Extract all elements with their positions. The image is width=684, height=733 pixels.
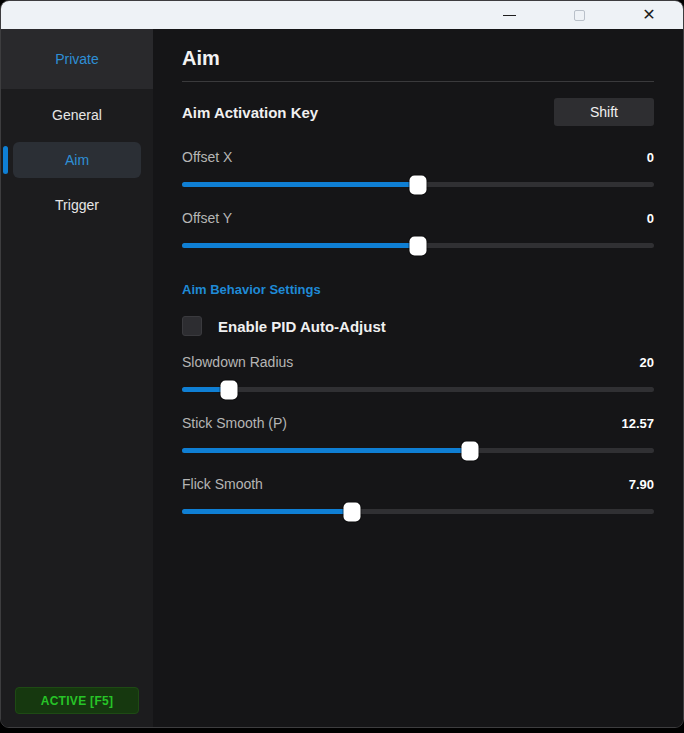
offset-x-slider[interactable] [182,182,654,187]
close-button[interactable]: ✕ [626,3,672,27]
aim-behavior-section-label: Aim Behavior Settings [182,282,654,297]
slowdown-radius-group: Slowdown Radius 20 [182,354,654,392]
slider-fill [182,509,352,514]
offset-y-group: Offset Y 0 [182,210,654,248]
sidebar-nav: General Aim Trigger [1,97,153,223]
aim-activation-row: Aim Activation Key Shift [182,98,654,126]
flick-smooth-label: Flick Smooth [182,476,263,492]
sidebar-item-label: General [52,107,102,123]
flick-smooth-value: 7.90 [629,477,654,492]
flick-smooth-group: Flick Smooth 7.90 [182,476,654,514]
slider-fill [182,243,418,248]
pid-auto-adjust-row: Enable PID Auto-Adjust [182,316,654,336]
slider-thumb[interactable] [221,380,238,399]
aim-activation-key-button[interactable]: Shift [554,98,654,126]
slowdown-radius-slider[interactable] [182,387,654,392]
offset-x-label: Offset X [182,149,232,165]
title-divider [182,81,654,82]
pid-auto-adjust-checkbox[interactable] [182,316,202,336]
titlebar: ✕ [1,1,683,29]
slider-thumb[interactable] [410,236,427,255]
active-tab-indicator [3,146,8,174]
sidebar-item-label: Aim [65,152,89,168]
sidebar-item-aim[interactable]: Aim [13,142,141,178]
minimize-icon [503,15,516,16]
maximize-icon [574,10,585,21]
offset-y-slider[interactable] [182,243,654,248]
slider-fill [182,182,418,187]
active-status-label: ACTIVE [F5] [41,694,114,708]
app-body: Private General Aim Trigger ACTIVE [F5] [1,29,683,727]
aim-settings-panel: Aim Aim Activation Key Shift Offset X 0 [153,29,683,727]
app-window: ✕ Private General Aim Trigger A [0,0,684,728]
slowdown-radius-value: 20 [640,355,654,370]
slider-thumb[interactable] [410,175,427,194]
sidebar: Private General Aim Trigger ACTIVE [F5] [1,29,153,727]
active-status-button[interactable]: ACTIVE [F5] [15,687,139,714]
slider-thumb[interactable] [461,441,478,460]
page-title: Aim [182,47,654,70]
pid-auto-adjust-label: Enable PID Auto-Adjust [218,318,386,335]
offset-y-label: Offset Y [182,210,232,226]
close-icon: ✕ [642,7,655,23]
sidebar-item-label: Trigger [55,197,99,213]
profile-header[interactable]: Private [1,29,153,89]
offset-y-value: 0 [647,211,654,226]
stick-smooth-label: Stick Smooth (P) [182,415,287,431]
aim-activation-key-label: Aim Activation Key [182,104,318,121]
stick-smooth-slider[interactable] [182,448,654,453]
maximize-button[interactable] [556,3,602,27]
flick-smooth-slider[interactable] [182,509,654,514]
offset-x-value: 0 [647,150,654,165]
sidebar-item-general[interactable]: General [13,97,141,133]
sidebar-item-trigger[interactable]: Trigger [13,187,141,223]
slider-thumb[interactable] [343,502,360,521]
stick-smooth-group: Stick Smooth (P) 12.57 [182,415,654,453]
stick-smooth-value: 12.57 [621,416,654,431]
slider-fill [182,448,470,453]
offset-x-group: Offset X 0 [182,149,654,187]
slowdown-radius-label: Slowdown Radius [182,354,293,370]
minimize-button[interactable] [486,3,532,27]
profile-label: Private [55,51,99,67]
